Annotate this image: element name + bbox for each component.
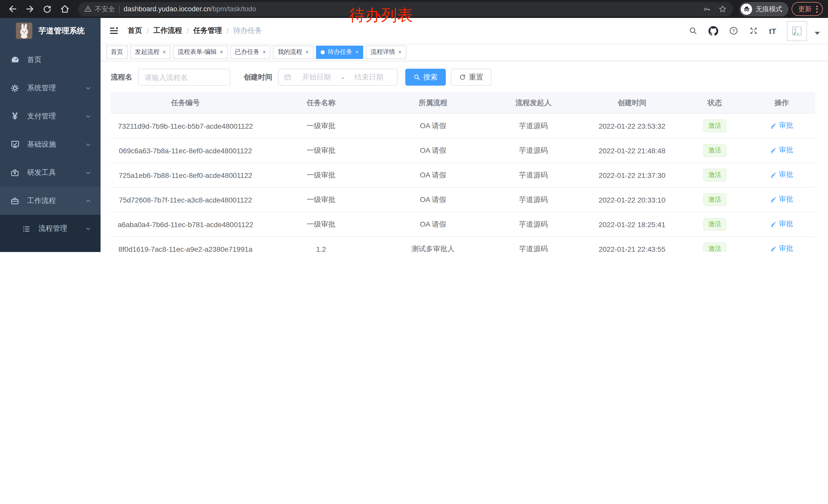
cell-task-id: 73211d9d-7b9b-11ec-b5b7-acde48001122	[111, 113, 260, 138]
cell-initiator: 芋道源码	[484, 113, 583, 138]
col-created: 创建时间	[583, 92, 681, 113]
site-security[interactable]: 不安全	[84, 4, 115, 13]
process-name-input[interactable]	[138, 69, 230, 86]
sidebar-item-task-mgmt[interactable]: 任务管理	[0, 242, 100, 252]
github-icon[interactable]	[708, 26, 718, 36]
close-icon[interactable]: ×	[163, 49, 166, 55]
browser-update-button[interactable]: 更新	[792, 2, 823, 16]
cell-task-name: 一级审批	[260, 163, 382, 187]
reset-button[interactable]: 重置	[451, 69, 492, 86]
search-icon[interactable]	[689, 26, 698, 35]
tab-label: 流程详情	[370, 48, 395, 56]
breadcrumb-home[interactable]: 首页	[128, 26, 142, 35]
cell-actions: 审批	[748, 237, 815, 252]
view-tab[interactable]: 发起流程 ×	[130, 45, 171, 59]
incognito-icon	[741, 3, 752, 15]
sidebar-item-workflow[interactable]: 工作流程	[0, 187, 100, 215]
cell-actions: 审批	[748, 187, 815, 212]
search-button[interactable]: 搜索	[405, 69, 446, 86]
sidebar-collapse-icon[interactable]	[109, 26, 119, 36]
tab-label: 待办任务	[328, 48, 353, 56]
cell-created: 2022-01-22 18:25:41	[583, 212, 681, 237]
view-tab[interactable]: 流程详情 ×	[366, 45, 406, 59]
approve-button[interactable]: 审批	[770, 171, 793, 180]
avatar-caret-icon[interactable]	[815, 32, 820, 35]
sidebar-item-label: 流程管理	[38, 224, 67, 233]
approve-button[interactable]: 审批	[770, 146, 793, 155]
font-size-icon[interactable]: tT	[769, 27, 776, 35]
cell-process: OA 请假	[382, 113, 484, 138]
date-range-picker[interactable]: 开始日期 - 结束日期	[278, 69, 398, 86]
close-icon[interactable]: ×	[263, 49, 266, 55]
todo-task-table: 任务编号 任务名称 所属流程 流程发起人 创建时间 状态 操作 73211	[111, 92, 815, 252]
warning-icon	[84, 5, 92, 13]
edit-pencil-icon	[770, 123, 777, 129]
cell-process: OA 请假	[382, 138, 484, 163]
approve-label: 审批	[779, 121, 793, 131]
app-logo[interactable]: 芋道管理系统	[0, 18, 100, 44]
cell-process: 测试多审批人	[382, 237, 484, 252]
url-path: /bpm/task/todo	[211, 5, 256, 13]
cell-actions: 审批	[748, 113, 815, 138]
approve-label: 审批	[779, 146, 793, 155]
breadcrumb-separator: /	[187, 27, 189, 35]
approve-button[interactable]: 审批	[770, 220, 793, 229]
cell-status: 激活	[681, 187, 748, 212]
sidebar-item-infrastructure[interactable]: 基础设施	[0, 130, 100, 158]
help-icon[interactable]: ?	[729, 26, 738, 35]
breadcrumb-workflow[interactable]: 工作流程	[153, 26, 182, 35]
address-bar[interactable]: 不安全 dashboard.yudao.iocoder.cn/bpm/task/…	[78, 2, 733, 16]
close-icon[interactable]: ×	[220, 49, 223, 55]
close-icon[interactable]: ×	[305, 49, 309, 55]
approve-button[interactable]: 审批	[770, 195, 793, 204]
cell-task-name: 一级审批	[260, 113, 382, 138]
yen-icon: ¥	[9, 111, 21, 121]
approve-button[interactable]: 审批	[770, 244, 793, 252]
table-row: 725a1eb6-7b88-11ec-8ef0-acde48001122 一级审…	[111, 163, 815, 187]
view-tab[interactable]: 流程表单-编辑 ×	[173, 45, 228, 59]
sidebar-item-process-mgmt[interactable]: 流程管理	[0, 215, 100, 242]
refresh-icon	[459, 74, 466, 81]
view-tab[interactable]: 待办任务 ×	[316, 45, 364, 59]
status-badge: 激活	[703, 120, 727, 132]
browser-menu-icon[interactable]	[816, 5, 818, 12]
close-icon[interactable]: ×	[356, 49, 359, 55]
breadcrumb-task-mgmt[interactable]: 任务管理	[194, 26, 222, 35]
view-tab[interactable]: 首页	[106, 45, 128, 59]
cell-task-name: 1.2	[260, 237, 382, 252]
url-host: dashboard.yudao.iocoder.cn	[124, 5, 211, 13]
sidebar-item-system[interactable]: 系统管理	[0, 74, 100, 102]
tab-label: 已办任务	[235, 48, 259, 56]
table-header-row: 任务编号 任务名称 所属流程 流程发起人 创建时间 状态 操作	[111, 92, 815, 113]
breadcrumb: 首页 / 工作流程 / 任务管理 / 待办任务	[128, 26, 262, 35]
password-key-icon[interactable]	[703, 5, 711, 13]
sidebar-item-devtools[interactable]: 研发工具	[0, 158, 100, 187]
approve-label: 审批	[779, 195, 793, 204]
forward-icon[interactable]	[23, 2, 37, 16]
incognito-label: 无痕模式	[756, 4, 782, 13]
close-icon[interactable]: ×	[398, 49, 402, 55]
incognito-badge: 无痕模式	[739, 2, 788, 16]
edit-pencil-icon	[770, 147, 777, 154]
view-tab[interactable]: 我的流程 ×	[273, 45, 314, 59]
screenshot-root: 不安全 dashboard.yudao.iocoder.cn/bpm/task/…	[0, 0, 828, 252]
home-icon[interactable]	[57, 2, 72, 16]
status-badge: 激活	[703, 169, 727, 182]
cell-task-name: 一级审批	[260, 138, 382, 163]
sidebar-item-payment[interactable]: ¥ 支付管理	[0, 102, 100, 130]
view-tab[interactable]: 已办任务 ×	[230, 45, 271, 59]
fullscreen-icon[interactable]	[749, 26, 758, 35]
status-badge: 激活	[703, 242, 727, 252]
approve-button[interactable]: 审批	[770, 121, 793, 131]
back-icon[interactable]	[5, 2, 19, 16]
cell-status: 激活	[681, 163, 748, 187]
search-button-label: 搜索	[423, 73, 438, 82]
reload-icon[interactable]	[40, 2, 54, 16]
monitor-icon	[9, 139, 21, 149]
bookmark-star-icon[interactable]	[718, 5, 727, 13]
tags-view: 首页 发起流程 × 流程表单-编辑 ×	[100, 44, 828, 61]
breadcrumb-separator: /	[147, 27, 149, 35]
avatar[interactable]	[787, 21, 807, 41]
sidebar-item-home[interactable]: 首页	[0, 46, 100, 74]
chevron-down-icon	[85, 170, 91, 176]
